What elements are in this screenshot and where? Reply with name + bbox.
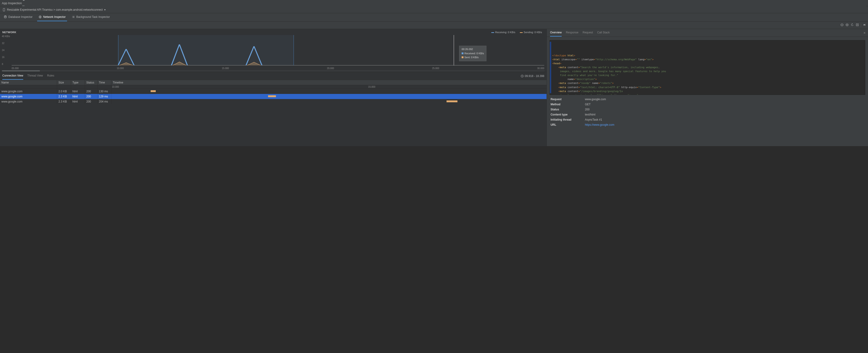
- titlebar: App Inspection: [0, 0, 868, 6]
- svg-point-2: [4, 15, 6, 17]
- zoom-in-icon[interactable]: [845, 23, 849, 27]
- value-status: 200: [585, 108, 864, 111]
- requests-table: Name Size Type Status Time Timeline 10.0…: [0, 80, 547, 146]
- value-request: www.google.com: [585, 98, 864, 101]
- legend-swatch-sending: [520, 32, 523, 33]
- tab-background-task-inspector[interactable]: Background Task Inspector: [70, 13, 112, 21]
- globe-icon: [38, 15, 42, 19]
- clock-icon: [521, 74, 524, 78]
- col-type[interactable]: Type: [71, 80, 85, 85]
- value-url[interactable]: https://www.google.com: [585, 123, 864, 126]
- tab-thread-view[interactable]: Thread View: [27, 72, 43, 80]
- svg-rect-1: [3, 8, 5, 11]
- col-name[interactable]: Name: [0, 80, 57, 85]
- value-method: GET: [585, 103, 864, 106]
- view-tabs: Connection View Thread View Rules 09.918…: [0, 72, 547, 80]
- selection-region[interactable]: [118, 35, 294, 65]
- value-initiating-thread: AsyncTask #1: [585, 118, 864, 121]
- chart-toolbar: [0, 22, 868, 29]
- tab-request[interactable]: Request: [583, 29, 593, 37]
- detail-pane: Overview Response Request Call Stack ✕ <…: [547, 29, 868, 146]
- svg-rect-11: [865, 24, 865, 26]
- device-icon: [2, 8, 6, 11]
- tab-label: Database Inspector: [8, 15, 32, 19]
- gear-icon[interactable]: [22, 0, 866, 2]
- label-status: Status: [551, 108, 583, 111]
- tab-connection-view[interactable]: Connection View: [2, 72, 23, 80]
- plot-area[interactable]: 00:26.092 Received: 0 KB/s Sent: 0 KB/s: [11, 35, 544, 65]
- timeline-scrollbar[interactable]: [2, 70, 545, 71]
- label-method: Method: [551, 103, 583, 106]
- tab-label: Network Inspector: [43, 15, 66, 19]
- panel-title: App Inspection: [2, 1, 22, 5]
- table-row[interactable]: www.google.com2.3 KBhtml200129 ms: [0, 94, 547, 99]
- response-body-preview[interactable]: <!doctype html><html itemscope="" itemty…: [550, 40, 865, 95]
- tab-overview[interactable]: Overview: [550, 29, 562, 37]
- tab-rules[interactable]: Rules: [47, 72, 54, 80]
- col-size[interactable]: Size: [57, 80, 71, 85]
- tooltip-time: 00:26.092: [462, 47, 484, 52]
- tooltip-received: Received: 0 KB/s: [464, 52, 484, 55]
- tab-response[interactable]: Response: [566, 29, 578, 37]
- legend-receiving: Receiving: 0 KB/s: [495, 31, 515, 34]
- time-range-label: 09.918 - 18.398: [521, 74, 544, 78]
- go-live-icon[interactable]: [863, 23, 866, 27]
- chevron-down-icon: ▾: [104, 8, 105, 11]
- inspector-tabs: Database Inspector Network Inspector Bac…: [0, 13, 868, 22]
- table-header: Name Size Type Status Time Timeline: [0, 80, 547, 85]
- tab-call-stack[interactable]: Call Stack: [597, 29, 610, 37]
- request-details: Request www.google.com Method GET Status…: [547, 97, 868, 128]
- label-url: URL: [551, 123, 583, 126]
- tab-database-inspector[interactable]: Database Inspector: [2, 13, 34, 21]
- x-axis: 05.000 10.000 15.000 20.000 25.000 30.00…: [11, 67, 544, 70]
- label-content-type: Content type: [551, 113, 583, 116]
- table-row[interactable]: www.google.com2.0 KBhtml200130 ms: [0, 89, 547, 94]
- tooltip-sent: Sent: 0 KB/s: [464, 56, 478, 59]
- chart-title: NETWORK: [2, 31, 16, 34]
- network-chart[interactable]: NETWORK Receiving: 0 KB/s Sending: 0 KB/…: [0, 29, 547, 72]
- device-label: Resizable Experimental API Tiramisu > co…: [7, 8, 103, 11]
- svg-point-10: [857, 24, 858, 25]
- chart-legend: Receiving: 0 KB/s Sending: 0 KB/s: [491, 31, 542, 34]
- label-request: Request: [551, 98, 583, 101]
- fit-selection-icon[interactable]: [856, 23, 859, 27]
- timeline-scrollbar-thumb[interactable]: [2, 70, 40, 71]
- zoom-out-icon[interactable]: [840, 23, 844, 27]
- legend-swatch-receiving: [491, 32, 494, 33]
- y-axis: 40 KB/s 32 24 16 8: [2, 35, 10, 65]
- table-row[interactable]: www.google.com2.3 KBhtml200204 ms: [0, 99, 547, 104]
- value-content-type: text/html: [585, 113, 864, 116]
- reset-zoom-icon[interactable]: [850, 23, 854, 27]
- col-timeline[interactable]: Timeline: [112, 80, 547, 85]
- tab-network-inspector[interactable]: Network Inspector: [37, 13, 67, 21]
- chart-tooltip: 00:26.092 Received: 0 KB/s Sent: 0 KB/s: [459, 46, 487, 61]
- svg-rect-8: [847, 24, 847, 26]
- svg-rect-5: [841, 25, 843, 25]
- tab-label: Background Task Inspector: [76, 15, 110, 19]
- col-status[interactable]: Status: [85, 80, 97, 85]
- minimize-icon[interactable]: [22, 4, 866, 8]
- detail-tabs: Overview Response Request Call Stack ✕: [547, 29, 868, 37]
- legend-sending: Sending: 0 KB/s: [524, 31, 542, 34]
- close-icon[interactable]: ✕: [862, 29, 867, 37]
- list-icon: [72, 15, 75, 19]
- database-icon: [4, 15, 7, 19]
- col-time[interactable]: Time: [97, 80, 112, 85]
- label-initiating-thread: Initiating thread: [551, 118, 583, 121]
